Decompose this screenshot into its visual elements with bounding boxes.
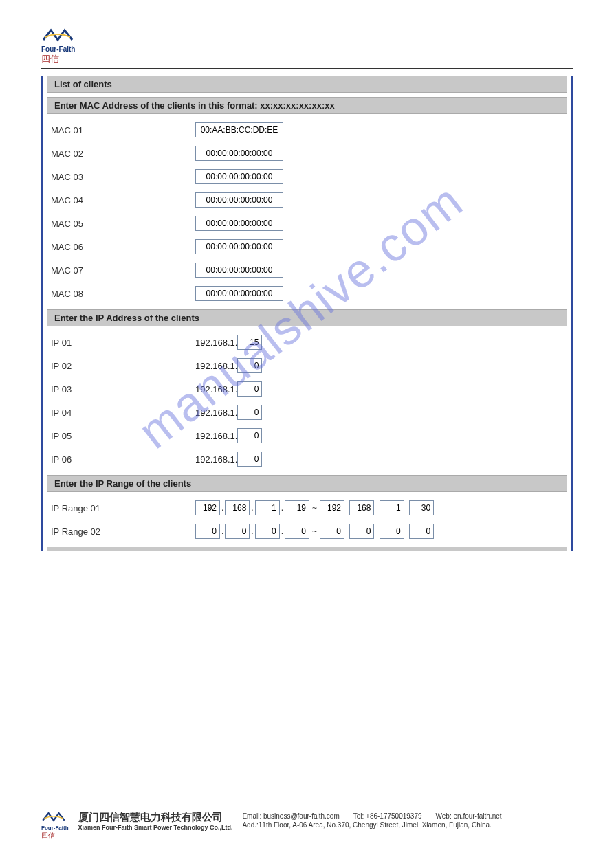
footer-contact: Email: business@four-faith.com Tel: +86-…	[242, 811, 573, 830]
mac-row: MAC 04	[47, 188, 567, 212]
range-1-to-3[interactable]	[380, 500, 404, 515]
ip-octet-3[interactable]	[237, 381, 262, 397]
ip-label: IP 02	[51, 361, 195, 371]
mac-label: MAC 07	[51, 265, 195, 276]
range-2-to-4[interactable]	[409, 524, 434, 539]
logo-icon	[41, 27, 74, 45]
ip-row: IP 04192.168.1.	[47, 401, 567, 424]
page-header: Four-Faith 四信	[41, 27, 573, 69]
ip-label: IP 05	[51, 431, 195, 441]
ip-dot: .	[280, 503, 285, 513]
ip-row: IP 05192.168.1.	[47, 424, 567, 447]
mac-input-2[interactable]	[195, 146, 283, 161]
mac-input-3[interactable]	[195, 169, 283, 184]
ip-octet-1[interactable]	[237, 335, 262, 350]
ip-range-row: IP Range 02...~...	[47, 520, 567, 543]
range-1-from-4[interactable]	[285, 500, 309, 515]
mac-input-6[interactable]	[195, 239, 283, 254]
ip-label: IP 04	[51, 408, 195, 418]
footer-email: Email: business@four-faith.com	[242, 812, 339, 820]
range-1-to-1[interactable]	[320, 500, 344, 515]
ip-prefix: 192.168.1.	[195, 361, 237, 371]
company-en: Xiamen Four-Faith Smart Power Technology…	[78, 824, 233, 831]
footer-logo: Four-Faith 四信	[41, 811, 69, 841]
ip-dot: .	[250, 526, 254, 536]
mac-label: MAC 05	[51, 219, 195, 229]
mac-row: MAC 01	[47, 118, 567, 142]
mac-input-7[interactable]	[195, 263, 283, 278]
ip-octet-2[interactable]	[237, 358, 262, 373]
mac-row: MAC 03	[47, 165, 567, 188]
brand-name: Four-Faith	[41, 45, 75, 53]
range-section-title: Enter the IP Range of the clients	[47, 475, 567, 492]
mac-label: MAC 03	[51, 172, 195, 182]
mac-label: MAC 04	[51, 195, 195, 205]
mac-input-5[interactable]	[195, 216, 283, 231]
range-2-to-2[interactable]	[349, 524, 374, 539]
range-2-to-1[interactable]	[320, 524, 344, 539]
ip-prefix: 192.168.1.	[195, 408, 237, 418]
ip-prefix: 192.168.1.	[195, 384, 237, 394]
logo-icon	[41, 811, 66, 825]
ip-row: IP 01192.168.1.	[47, 331, 567, 354]
mac-label: MAC 02	[51, 148, 195, 159]
range-1-to-4[interactable]	[409, 500, 434, 515]
ip-octet-4[interactable]	[237, 405, 262, 420]
ip-dot: .	[220, 526, 225, 536]
mac-row: MAC 08	[47, 282, 567, 305]
mac-row: MAC 02	[47, 142, 567, 165]
list-title: List of clients	[47, 76, 567, 93]
ip-section-title: Enter the IP Address of the clients	[47, 309, 567, 326]
ip-range-label: IP Range 01	[51, 503, 195, 513]
mac-input-8[interactable]	[195, 286, 283, 301]
mac-label: MAC 06	[51, 242, 195, 252]
mac-row: MAC 06	[47, 235, 567, 258]
mac-input-4[interactable]	[195, 192, 283, 208]
range-1-to-2[interactable]	[349, 500, 374, 515]
range-1-from-3[interactable]	[255, 500, 280, 515]
ip-dot: .	[280, 526, 285, 536]
range-2-from-2[interactable]	[225, 524, 250, 539]
range-2-from-4[interactable]	[285, 524, 309, 539]
footer-address: Add.:11th Floor, A-06 Area, No.370, Chen…	[242, 821, 491, 829]
brand-logo: Four-Faith 四信	[41, 27, 75, 65]
ip-octet-6[interactable]	[237, 452, 262, 467]
range-separator: ~	[309, 503, 320, 513]
footer-company: 厦门四信智慧电力科技有限公司 Xiamen Four-Faith Smart P…	[78, 811, 233, 831]
range-separator: ~	[309, 526, 320, 536]
ip-label: IP 06	[51, 454, 195, 465]
ip-row: IP 02192.168.1.	[47, 354, 567, 377]
ip-row: IP 06192.168.1.	[47, 447, 567, 471]
footer-brand-name: Four-Faith	[41, 825, 69, 831]
range-1-from-1[interactable]	[195, 500, 220, 515]
mac-row: MAC 07	[47, 258, 567, 282]
ip-dot: .	[250, 503, 254, 513]
mac-input-1[interactable]	[195, 122, 283, 137]
ip-range-row: IP Range 01...~...	[47, 496, 567, 520]
mac-label: MAC 08	[51, 289, 195, 299]
ip-range-label: IP Range 02	[51, 526, 195, 537]
mac-label: MAC 01	[51, 125, 195, 135]
range-1-from-2[interactable]	[225, 500, 250, 515]
footer-brand-cjk: 四信	[41, 831, 69, 841]
ip-prefix: 192.168.1.	[195, 337, 237, 348]
company-cn: 厦门四信智慧电力科技有限公司	[78, 811, 233, 824]
range-2-from-1[interactable]	[195, 524, 220, 539]
panel-bottom-bar	[47, 547, 567, 551]
ip-label: IP 01	[51, 337, 195, 348]
ip-dot: .	[220, 503, 225, 513]
footer-web: Web: en.four-faith.net	[436, 812, 502, 820]
config-panel: List of clients Enter MAC Address of the…	[41, 76, 573, 551]
mac-row: MAC 05	[47, 212, 567, 235]
range-2-from-3[interactable]	[255, 524, 280, 539]
ip-label: IP 03	[51, 384, 195, 394]
brand-cjk: 四信	[41, 53, 75, 65]
footer-tel: Tel: +86-17750019379	[353, 812, 422, 820]
page-footer: Four-Faith 四信 厦门四信智慧电力科技有限公司 Xiamen Four…	[41, 811, 573, 841]
range-2-to-3[interactable]	[380, 524, 404, 539]
ip-octet-5[interactable]	[237, 428, 262, 443]
ip-row: IP 03192.168.1.	[47, 377, 567, 401]
mac-section-title: Enter MAC Address of the clients in this…	[47, 97, 567, 114]
ip-prefix: 192.168.1.	[195, 454, 237, 465]
ip-prefix: 192.168.1.	[195, 431, 237, 441]
